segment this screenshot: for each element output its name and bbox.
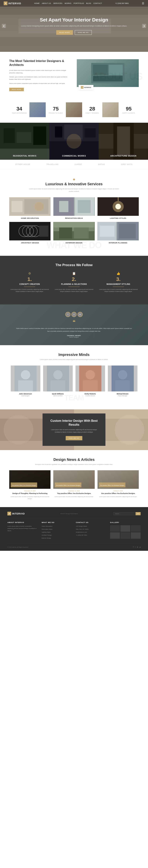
- about-image-container: ★ INTERVIO ABOUT US: [77, 59, 139, 87]
- social-twitter[interactable]: t: [135, 546, 136, 548]
- nav-home[interactable]: HOME: [34, 2, 39, 4]
- news-item-2[interactable]: Our practice Offers You Exclusive Design…: [53, 470, 94, 500]
- footer-link-4[interactable]: Architect Design: [41, 534, 72, 536]
- service-renovation[interactable]: Renovation Ideas: [53, 197, 94, 219]
- process-step-3-number: 3.: [98, 276, 139, 282]
- footer-gallery-img-2[interactable]: [120, 525, 130, 532]
- process-step-2-desc: Lorem ipsum dolor sit amet consectetur a…: [54, 288, 94, 292]
- footer-logo[interactable]: ★ INTERVIO: [7, 512, 25, 516]
- main-nav: HOME ABOUT US SERVICES WORKS PORTFOLIO B…: [34, 2, 102, 4]
- team-member-4: Michael Brown Project Manager: [108, 366, 138, 397]
- portfolio-commercial[interactable]: Commercial Works: [50, 123, 99, 160]
- service-lighting[interactable]: Lighting Styles: [97, 197, 139, 219]
- services-divider: ◆: [9, 177, 139, 182]
- team-photo-4: [108, 366, 138, 392]
- process-title: The Process We Follow: [9, 263, 139, 267]
- footer-gallery-img-5[interactable]: [120, 532, 130, 539]
- nav-contact[interactable]: CONTACT: [93, 2, 102, 4]
- footer-bottom: © 2019 Intervio. All Rights Reserved. f …: [7, 544, 141, 548]
- svg-rect-47: [119, 224, 136, 239]
- footer-tagline: Interior Design Association: [60, 513, 78, 515]
- hero-title: Set Apart Your Interior Design: [21, 17, 127, 23]
- hero-outline-button[interactable]: HIRE ME GO: [75, 30, 92, 35]
- svg-point-49: [21, 370, 30, 379]
- footer-search-input[interactable]: [113, 512, 136, 515]
- about-read-more-button[interactable]: READ MORE: [9, 88, 24, 91]
- footer-link-1[interactable]: Home Decoration: [41, 525, 72, 527]
- team-title: Impressive Minds: [9, 352, 139, 357]
- footer-gallery-img-6[interactable]: [131, 532, 141, 539]
- avatar-1[interactable]: T: [65, 312, 70, 317]
- team-subtitle: Lorem ipsum dolor sit amet consectetur a…: [28, 358, 120, 361]
- brand-3: KARDIE: [75, 163, 82, 165]
- footer-col-contact: CONTACT US 123 Design Street New York, N…: [76, 522, 107, 540]
- process-section: The Process We Follow ⚙ 1. Concept Creat…: [0, 256, 148, 305]
- services-grid: Home Decoration Renovation Ideas: [9, 197, 139, 244]
- main-header: ★ INTERVIO HOME ABOUT US SERVICES WORKS …: [0, 0, 148, 7]
- svg-rect-40: [59, 226, 72, 239]
- footer-search-button[interactable]: GO: [136, 512, 141, 515]
- svg-rect-27: [78, 200, 91, 213]
- stat-projects-label: PROJECTS PLANS: [48, 112, 64, 114]
- news-item-3[interactable]: Our practice Offers You Exclusive Design…: [97, 470, 139, 500]
- services-subtitle: Lorem ipsum dolor sit amet consectetur a…: [28, 188, 120, 193]
- team-member-3: Emily Roberts Creative Director: [76, 366, 105, 397]
- footer-logo-icon: ★: [7, 512, 11, 516]
- service-architect-name: Architect Design: [9, 242, 51, 244]
- service-home-decoration[interactable]: Home Decoration: [9, 197, 51, 219]
- brands-section: EITHER HOUSE TRAVELLING KARDIE NIPSIO GR…: [0, 160, 148, 169]
- nav-portfolio[interactable]: PORTFOLIO: [73, 2, 84, 4]
- news-date-3: October 5, 2019: [97, 490, 139, 492]
- about-body-3: Nemo enim ipsam voluptatem quia voluptas…: [9, 82, 71, 85]
- svg-point-31: [115, 204, 121, 209]
- process-step-1: ⚙ 1. Concept Creation Lorem ipsum dolor …: [9, 272, 50, 292]
- nav-works[interactable]: WORKS: [65, 2, 71, 4]
- nav-blog[interactable]: BLOG: [86, 2, 91, 4]
- footer-link-5[interactable]: Exterior Design: [41, 537, 72, 539]
- news-item-1[interactable]: Our practice Offers You Exclusive Design…: [9, 470, 51, 500]
- footer-gallery-img-3[interactable]: [131, 525, 141, 532]
- social-instagram[interactable]: in: [137, 546, 138, 548]
- social-facebook[interactable]: f: [133, 546, 134, 548]
- testimonial-background: T A M ❝ Fabio facilis ipsum nostrud mole…: [0, 305, 148, 345]
- avatar-2[interactable]: A: [71, 312, 77, 317]
- brand-2: TRAVELLING: [47, 163, 59, 165]
- team-photo-1: [11, 366, 40, 392]
- nav-about[interactable]: ABOUT US: [42, 2, 51, 4]
- cta-desc: Lorem ipsum dolor sit amet consectetur a…: [49, 429, 99, 433]
- footer-grid: ABOUT INTERVIO Lorem ipsum dolor sit ame…: [7, 522, 141, 540]
- portfolio-architecture[interactable]: Architecture Design: [98, 123, 148, 160]
- portfolio-residential[interactable]: Residential Works: [0, 123, 50, 160]
- logo[interactable]: ★ INTERVIO: [4, 1, 21, 5]
- news-title: Design News & Articles: [9, 458, 139, 462]
- cta-section: Custom Interior Design With Best Results…: [0, 409, 148, 450]
- nav-services[interactable]: SERVICES: [53, 2, 62, 4]
- avatar-3[interactable]: M: [78, 312, 83, 317]
- hero-primary-button[interactable]: READ MORE: [56, 30, 73, 35]
- footer-gallery-img-4[interactable]: [110, 532, 120, 539]
- svg-rect-50: [18, 380, 33, 392]
- team-name-1: John Stevenson: [11, 393, 40, 395]
- cta-button[interactable]: HIRE ME GO: [66, 436, 82, 440]
- hero-next-button[interactable]: ❯: [142, 24, 146, 28]
- footer-gallery-img-1[interactable]: [110, 525, 120, 532]
- process-step-3-icon: 👍: [98, 272, 139, 275]
- hamburger-icon[interactable]: ☰: [142, 2, 144, 5]
- stat-image-3: [102, 102, 119, 117]
- svg-rect-46: [99, 226, 114, 237]
- service-interior[interactable]: Interior Planning: [97, 222, 139, 244]
- social-pinterest[interactable]: p: [140, 546, 141, 548]
- header-phone: +1 (234) 567 8901: [115, 2, 129, 4]
- footer-link-3[interactable]: Lighting Styles: [41, 531, 72, 533]
- hero-prev-button[interactable]: ❮: [2, 24, 6, 28]
- news-title-2: Top practice Offers You Exclusive Design…: [53, 492, 94, 495]
- footer-search: GO: [113, 512, 141, 515]
- footer-link-2[interactable]: Renovation Ideas: [41, 528, 72, 530]
- svg-rect-56: [83, 380, 98, 392]
- svg-point-62: [4, 415, 33, 444]
- service-architect[interactable]: Architect Design: [9, 222, 51, 244]
- stat-experience-label: YEAR EXPERIENCE: [11, 112, 28, 114]
- svg-point-55: [86, 370, 95, 379]
- team-member-1: John Stevenson Lead Designer: [11, 366, 40, 397]
- stat-clients-label: HAPPY CLIENTS: [120, 112, 137, 114]
